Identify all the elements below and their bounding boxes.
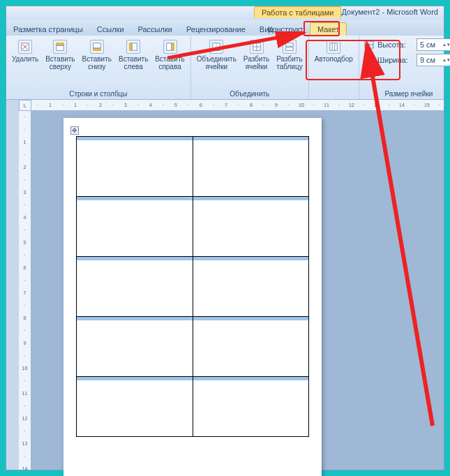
spinner-icon[interactable]: ▲▼ (442, 43, 450, 47)
height-input[interactable]: 5 см ▲▼ (417, 38, 450, 51)
document-title: Документ2 - Microsoft Word (342, 8, 438, 16)
insert-above-icon (53, 40, 67, 54)
row-height-icon (363, 40, 375, 50)
insert-above-button[interactable]: Вставить сверху (44, 38, 76, 72)
insert-below-button[interactable]: Вставить снизу (81, 38, 113, 72)
group-cell-size: Высота: 5 см ▲▼ Ширина: 9 см ▲▼ Размер я… (359, 36, 450, 99)
width-field: Ширина: 9 см ▲▼ (363, 54, 450, 66)
svg-rect-5 (93, 43, 101, 48)
table-row (77, 137, 309, 197)
svg-rect-7 (132, 43, 137, 51)
merge-cells-icon (209, 40, 223, 54)
table-cell[interactable] (77, 377, 193, 437)
left-margin (6, 100, 19, 470)
insert-below-icon (90, 40, 104, 54)
tab-page-layout[interactable]: Разметка страницы (6, 23, 90, 36)
table-row (77, 257, 309, 317)
insert-right-icon (163, 40, 177, 54)
group-caption: Размер ячейки (384, 89, 433, 98)
height-field: Высота: 5 см ▲▼ (363, 38, 450, 51)
vertical-ruler[interactable]: ··1·2·3·4·5·6·7·8·9·10·11·12·13·14·15 (19, 111, 31, 470)
table-cell[interactable] (193, 257, 309, 317)
table-cell[interactable] (77, 137, 193, 197)
svg-rect-4 (57, 43, 64, 45)
insert-left-icon (126, 40, 140, 54)
height-label: Высота: (377, 40, 414, 49)
svg-rect-8 (130, 43, 132, 51)
group-caption: Объединить (230, 89, 269, 98)
svg-rect-16 (286, 43, 294, 46)
table-cell[interactable] (77, 257, 193, 317)
table-cell[interactable] (77, 197, 193, 257)
delete-icon (18, 40, 32, 54)
insert-right-button[interactable]: Вставить справа (153, 38, 186, 72)
horizontal-ruler[interactable]: ·1·1·2·3·4·5·6·7·8·9·10·11·12·13·14·15·1… (31, 100, 444, 111)
width-input[interactable]: 9 см ▲▼ (417, 54, 450, 66)
tab-layout[interactable]: Макет (310, 22, 347, 36)
group-autofit: Автоподбор (309, 36, 359, 99)
app-window: Работа с таблицами Документ2 - Microsoft… (6, 6, 444, 470)
svg-rect-6 (93, 49, 101, 51)
spinner-icon[interactable]: ▲▼ (442, 58, 450, 62)
table-row (77, 317, 309, 377)
ruler-corner[interactable]: L (19, 100, 31, 111)
split-table-icon (283, 40, 297, 54)
group-caption: Строки и столбцы (69, 89, 127, 98)
table[interactable] (76, 136, 309, 437)
table-cell[interactable] (193, 377, 309, 437)
table-cell[interactable] (193, 197, 309, 257)
table-cell[interactable] (193, 137, 309, 197)
split-cells-button[interactable]: Разбить ячейки (242, 38, 271, 72)
tab-mailings[interactable]: Рассылки (131, 23, 179, 36)
col-width-icon (363, 55, 375, 65)
autofit-button[interactable]: Автоподбор (313, 38, 354, 64)
merge-cells-button[interactable]: Объединить ячейки (195, 38, 238, 72)
split-table-button[interactable]: Разбить таблицу (275, 38, 303, 72)
svg-rect-9 (166, 43, 171, 51)
width-label: Ширина: (377, 56, 414, 64)
tab-review[interactable]: Рецензирование (179, 23, 253, 36)
tab-design[interactable]: Конструкт (261, 23, 310, 36)
context-tab-label: Работа с таблицами (254, 6, 341, 18)
split-cells-icon (250, 40, 264, 54)
page[interactable]: ✥ (63, 118, 322, 476)
group-rows-columns: Удалить Вставить сверху Вставить снизу В… (6, 36, 191, 99)
ribbon: Удалить Вставить сверху Вставить снизу В… (6, 36, 444, 100)
titlebar: Работа с таблицами Документ2 - Microsoft… (6, 6, 444, 20)
insert-left-button[interactable]: Вставить слева (117, 38, 149, 72)
svg-rect-3 (57, 45, 64, 50)
document-area: L ·1·1·2·3·4·5·6·7·8·9·10·11·12·13·14·15… (6, 100, 444, 470)
table-move-handle[interactable]: ✥ (70, 126, 79, 135)
svg-rect-18 (330, 43, 338, 51)
autofit-icon (327, 40, 340, 54)
svg-rect-10 (172, 43, 174, 51)
table-cell[interactable] (193, 317, 309, 377)
tab-references[interactable]: Ссылки (90, 23, 131, 36)
table-row (77, 377, 309, 437)
table-cell[interactable] (77, 317, 193, 377)
svg-rect-17 (286, 47, 294, 50)
delete-button[interactable]: Удалить (10, 38, 40, 72)
group-merge: Объединить ячейки Разбить ячейки Разбить… (191, 36, 309, 99)
ribbon-tabs: Разметка страницы Ссылки Рассылки Реценз… (6, 20, 444, 36)
table-row (77, 197, 309, 257)
